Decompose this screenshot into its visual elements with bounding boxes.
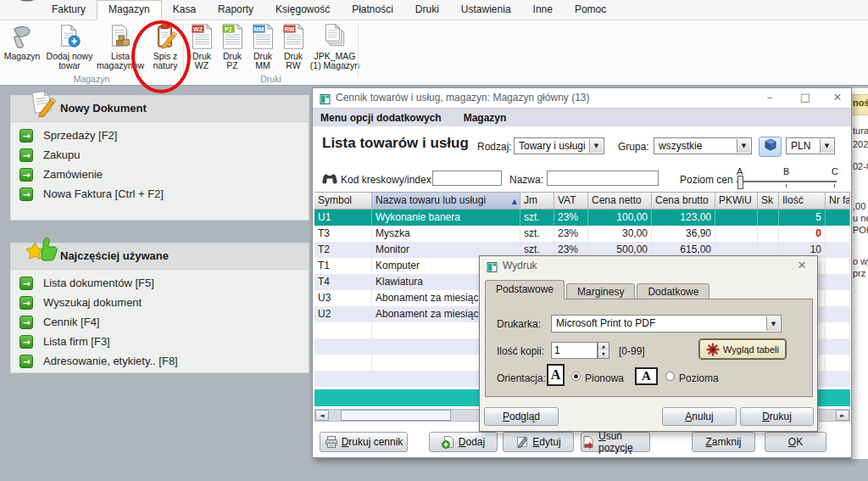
menu-magazyn[interactable]: Magazyn: [464, 112, 507, 124]
spinner-down-icon[interactable]: ▼: [598, 350, 609, 358]
column-header-pkwiu[interactable]: PKWiU: [715, 192, 758, 210]
landscape-orientation-icon: A: [635, 367, 658, 385]
scrollbar-thumb[interactable]: [341, 410, 451, 421]
column-header-nazwa-towaru-lub-us-ugi[interactable]: Nazwa towaru lub usługi▲: [372, 192, 520, 210]
documents-stack-icon: [322, 23, 348, 50]
chevron-down-icon: ▼: [766, 316, 780, 331]
usun-pozycje-button[interactable]: Usuń pozycję: [581, 432, 650, 452]
maximize-icon[interactable]: □: [798, 91, 812, 103]
close-icon[interactable]: ✕: [795, 259, 809, 271]
tab-raporty[interactable]: Raporty: [207, 0, 264, 20]
grupa-label: Grupa:: [618, 141, 649, 153]
printer-select[interactable]: Microsoft Print to PDF ▼: [551, 315, 782, 333]
cell: 0: [779, 226, 826, 242]
drukuj-button[interactable]: Drukuj: [740, 407, 814, 426]
table-row-u1[interactable]: U1Wykonanie baneraszt.23%100,00123,005: [314, 210, 850, 226]
menu-opcji-dodatkowych[interactable]: Menu opcji dodatkowych: [320, 112, 442, 124]
column-header-jm[interactable]: Jm: [520, 192, 554, 210]
barcode-label: Kod kreskowy/index: [341, 174, 431, 186]
tab-ustawienia[interactable]: Ustawienia: [450, 0, 522, 20]
ribbon-button-jpk-mag-1-magazyn[interactable]: JPK_MAG (1) Magazyn: [309, 22, 360, 70]
scroll-left-icon[interactable]: ◄: [315, 410, 329, 421]
close-icon[interactable]: ✕: [831, 91, 844, 103]
ribbon-button-druk-mm[interactable]: MMDruk MM: [248, 22, 277, 70]
edytuj-button[interactable]: Edytuj: [503, 432, 574, 452]
ribbon-button-dodaj-nowy-towar[interactable]: Dodaj nowy towar: [43, 22, 96, 70]
nazwa-input[interactable]: [547, 171, 659, 186]
background-text-fragment: ność: [853, 98, 868, 108]
sidebar-item-lista-dokumentow-f5[interactable]: →Lista dokumentów [F5]: [11, 274, 309, 294]
ribbon-button-druk-rw[interactable]: RWDruk RW: [279, 22, 308, 70]
radio-pozioma[interactable]: [665, 372, 675, 381]
sidebar-item-cennik-f4[interactable]: →Cennik [F4]: [11, 313, 309, 333]
tab-inne[interactable]: Inne: [522, 0, 564, 20]
tab-ksiegowosc[interactable]: Księgowość: [264, 0, 341, 20]
ribbon-button-druk-wz[interactable]: WZDruk WZ: [187, 22, 216, 70]
cell: [826, 242, 850, 258]
slider-handle[interactable]: [737, 176, 743, 189]
anuluj-button[interactable]: Anuluj: [662, 407, 737, 426]
tab-podstawowe[interactable]: Podstawowe: [485, 280, 565, 299]
minimize-icon[interactable]: –: [763, 91, 776, 103]
cell: [826, 210, 850, 226]
column-label: Cena brutto: [655, 194, 709, 206]
ribbon-button-magazyn[interactable]: Magazyn: [3, 22, 42, 61]
ribbon-button-label: Magazyn: [4, 52, 41, 61]
column-header-cena-brutto[interactable]: Cena brutto: [652, 192, 715, 210]
tab-pomoc[interactable]: Pomoc: [564, 0, 617, 20]
zamknij-button[interactable]: Zamknij: [692, 432, 755, 452]
grupa-select[interactable]: wszystkie ▼: [654, 137, 752, 154]
currency-select[interactable]: PLN ▼: [786, 137, 835, 154]
column-header-cena-netto[interactable]: Cena netto: [588, 192, 652, 210]
sidebar-item-nowa-faktura-ctrl-f2[interactable]: →Nowa Faktura [Ctrl + F2]: [11, 185, 309, 204]
sidebar-item-zakupu[interactable]: →Zakupu: [11, 146, 309, 165]
ribbon-button-druk-pz[interactable]: PZDruk PZ: [218, 22, 247, 70]
podglad-button[interactable]: Podgląd: [484, 407, 559, 426]
search-binoculars-icon: [322, 172, 337, 184]
sidebar-item-zamowienie[interactable]: →Zamówienie: [11, 165, 309, 185]
column-header-nr-fa[interactable]: Nr fa: [826, 192, 850, 210]
tab-marginesy[interactable]: Marginesy: [566, 283, 635, 299]
copies-stepper: ▲ ▼: [598, 342, 609, 359]
background-text-fragment: ,00: [853, 201, 865, 211]
tab-p-atnosci[interactable]: Płatności: [341, 0, 404, 20]
cell: [715, 210, 758, 226]
groups-cube-button[interactable]: [759, 137, 782, 157]
sidebar-item-adresowanie-etykiety-f8[interactable]: →Adresowanie, etykiety.. [F8]: [11, 352, 309, 372]
copies-input[interactable]: [551, 342, 598, 359]
wyglad-tabeli-button[interactable]: Wygląd tabeli: [699, 339, 786, 359]
svg-text:WZ: WZ: [193, 26, 203, 33]
tab-druki[interactable]: Druki: [404, 0, 450, 20]
sidebar-item-label: Wyszukaj dokument: [43, 294, 142, 312]
column-header-vat[interactable]: VAT: [554, 192, 588, 210]
price-level-b: B: [783, 166, 789, 176]
tab-dodatkowe[interactable]: Dodatkowe: [637, 283, 709, 299]
cell: U2: [314, 306, 372, 322]
sidebar-item-label: Lista firm [F3]: [43, 333, 110, 351]
sidebar-item-sprzedazy-f2[interactable]: →Sprzedaży [F2]: [11, 126, 309, 146]
column-header-symbol[interactable]: Symbol: [314, 192, 372, 210]
radio-pionowa[interactable]: [571, 372, 581, 381]
column-header-sk[interactable]: Sk: [758, 192, 779, 210]
application-window: nośćtura20202-0,00u nePORo wyprz Faktury…: [0, 0, 868, 481]
cell: [826, 371, 850, 387]
svg-text:RW: RW: [285, 26, 295, 33]
rodzaj-select[interactable]: Towary i usługi ▼: [514, 137, 604, 154]
window-icon: [320, 92, 331, 103]
column-header-ilosc[interactable]: Ilość: [779, 192, 826, 210]
barcode-input[interactable]: [432, 171, 502, 186]
price-level-slider[interactable]: A B C: [737, 166, 837, 188]
column-label: Symbol: [318, 194, 352, 206]
ok-button[interactable]: OK: [765, 432, 826, 452]
tab-kasa[interactable]: Kasa: [162, 0, 207, 20]
scroll-right-icon[interactable]: ►: [836, 410, 849, 421]
sidebar-item-lista-firm-f3[interactable]: →Lista firm [F3]: [11, 333, 309, 352]
sidebar-item-wyszukaj-dokument[interactable]: →Wyszukaj dokument: [11, 294, 309, 313]
tab-magazyn[interactable]: Magazyn: [97, 0, 162, 20]
sidebar-section-title: Nowy Dokument: [60, 96, 147, 121]
nazwa-label: Nazwa:: [509, 174, 543, 186]
table-row-t3[interactable]: T3Myszkaszt.23%30,0036,900: [314, 226, 850, 242]
dodaj-button[interactable]: Dodaj: [429, 432, 498, 452]
drukuj-cennik-button[interactable]: Drukuj cennik: [320, 432, 408, 452]
chevron-down-icon: ▼: [737, 139, 750, 153]
